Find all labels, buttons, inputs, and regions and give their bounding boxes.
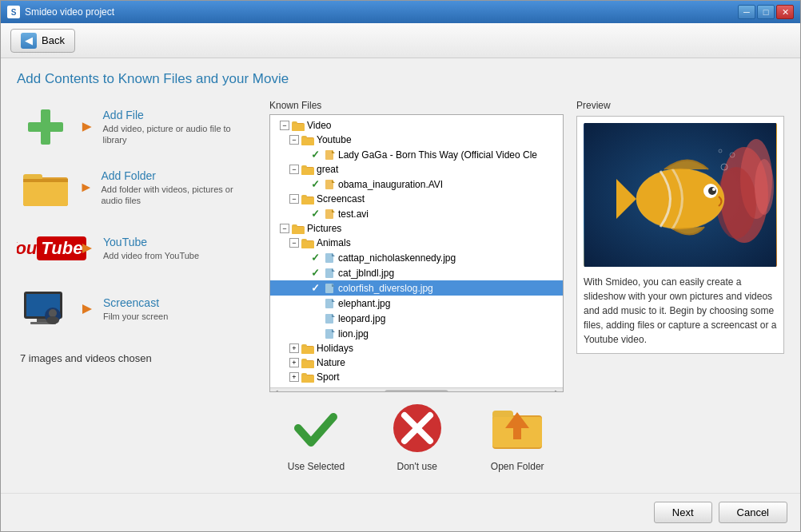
tree-item-ladygaga[interactable]: ✓ Lady GaGa - Born This Way (Official Vi…	[270, 147, 563, 162]
tree-item-video[interactable]: − Video	[270, 118, 563, 133]
tree-item-elephant[interactable]: ✓ elephant.jpg	[270, 296, 563, 311]
svg-rect-1	[28, 122, 63, 132]
open-folder-label: Open Folder	[491, 461, 544, 472]
dont-use-button[interactable]: Don't use	[389, 400, 445, 472]
tree-label-great: great	[317, 164, 338, 175]
center-panel: Known Files − Video − Youtu	[269, 100, 564, 480]
svg-rect-37	[292, 227, 305, 234]
next-button[interactable]: Next	[654, 502, 712, 523]
add-file-action[interactable]: Add File Add video, picture or audio fil…	[17, 100, 257, 154]
title-controls: ─ □ ✕	[738, 5, 794, 19]
tree-item-screencast[interactable]: − Screencast	[270, 192, 563, 206]
use-selected-button[interactable]: Use Selected	[288, 400, 345, 472]
dont-use-label: Don't use	[397, 461, 437, 472]
tree-item-nature[interactable]: + Nature	[270, 355, 563, 370]
expand-screencast[interactable]: −	[289, 194, 299, 204]
svg-marker-42	[332, 253, 335, 256]
youtube-action[interactable]: You Tube YouTube Add video from YouTube	[17, 221, 257, 276]
svg-point-15	[46, 316, 59, 324]
tree-label-ladygaga: Lady GaGa - Born This Way (Official Vide…	[338, 149, 537, 161]
youtube-you: You	[17, 238, 37, 259]
expand-pictures[interactable]: −	[280, 224, 289, 233]
expand-youtube[interactable]: −	[289, 135, 299, 145]
close-button[interactable]: ✕	[776, 5, 794, 19]
main-window: S Smideo video project ─ □ ✕ ◀ Back Add …	[0, 0, 801, 532]
preview-image	[584, 123, 777, 267]
open-folder-button[interactable]: Open Folder	[489, 400, 545, 472]
left-panel: Add File Add video, picture or audio fil…	[17, 100, 257, 480]
expand-nature[interactable]: +	[289, 358, 299, 367]
tree-item-cattap[interactable]: ✓ cattap_nicholaskennedy.jpg	[270, 250, 563, 265]
add-folder-text: Add Folder Add folder with videos, pictu…	[102, 169, 254, 207]
svg-marker-48	[332, 299, 335, 302]
check-colorfish: ✓	[311, 282, 322, 294]
file-cattap-icon	[325, 252, 336, 264]
file-catjblndl-icon	[325, 268, 336, 279]
svg-point-79	[708, 187, 716, 195]
back-button[interactable]: ◀ Back	[10, 29, 75, 53]
file-tree-container[interactable]: − Video − Youtube ✓	[269, 114, 564, 392]
file-lion-icon	[325, 328, 336, 339]
check-elephant: ✓	[311, 297, 322, 309]
tree-label-pictures: Pictures	[307, 223, 341, 234]
page-title: Add Contents to Known Files and your Mov…	[17, 71, 784, 87]
svg-rect-22	[301, 138, 314, 145]
expand-animals[interactable]: −	[289, 238, 299, 248]
svg-marker-8	[82, 244, 92, 253]
tree-item-pictures[interactable]: − Pictures	[270, 221, 563, 236]
tree-item-catjblndl[interactable]: ✓ cat_jblndl.jpg	[270, 265, 563, 280]
window-title: Smideo video project	[25, 6, 114, 18]
tree-item-holidays[interactable]: + Holidays	[270, 341, 563, 355]
svg-marker-2	[82, 122, 92, 132]
status-text: 7 images and videos chosen	[17, 349, 257, 367]
back-label: Back	[42, 34, 65, 46]
add-folder-description: Add folder with videos, pictures or audi…	[102, 184, 254, 207]
tree-item-youtube[interactable]: − Youtube	[270, 133, 563, 147]
expand-sport[interactable]: +	[289, 372, 299, 382]
use-selected-icon	[288, 400, 344, 456]
tree-label-obama: obama_inauguration.AVI	[338, 179, 443, 190]
plus-icon	[23, 105, 68, 149]
expand-video[interactable]: −	[280, 121, 289, 130]
folder-video-icon	[292, 121, 305, 131]
svg-marker-34	[332, 209, 335, 212]
folder-great-icon	[301, 165, 314, 175]
maximize-button[interactable]: □	[757, 5, 775, 19]
check-cattap: ✓	[311, 252, 322, 264]
tree-label-nature: Nature	[317, 357, 345, 368]
tree-item-sport[interactable]: + Sport	[270, 370, 563, 384]
tree-item-obama[interactable]: ✓ obama_inauguration.AVI	[270, 177, 563, 192]
screencast-text: Screencast Film your screen	[103, 296, 168, 322]
tree-item-animals[interactable]: − Animals	[270, 236, 563, 250]
screencast-action[interactable]: Screencast Film your screen	[17, 282, 257, 336]
check-catjblndl: ✓	[311, 267, 322, 279]
svg-point-80	[712, 188, 715, 191]
svg-marker-44	[332, 268, 335, 272]
right-panel: Preview	[576, 100, 784, 480]
youtube-description: Add video from YouTube	[103, 250, 199, 261]
expand-holidays[interactable]: +	[289, 343, 299, 353]
folder-animals-icon	[301, 238, 314, 248]
youtube-text: YouTube Add video from YouTube	[103, 236, 199, 261]
file-elephant-icon	[325, 298, 336, 309]
minimize-button[interactable]: ─	[738, 5, 755, 19]
tree-item-colorfish[interactable]: ✓ colorfish_diverslog.jpg	[270, 280, 563, 296]
svg-point-74	[755, 159, 774, 215]
tree-label-leopard: leopard.jpg	[338, 313, 385, 324]
cancel-button[interactable]: Cancel	[719, 502, 787, 523]
add-folder-action[interactable]: Add Folder Add folder with videos, pictu…	[17, 161, 257, 215]
add-folder-label: Add Folder	[102, 169, 254, 182]
tree-item-testavi[interactable]: ✓ test.avi	[270, 206, 563, 221]
tree-item-lion[interactable]: ✓ lion.jpg	[270, 326, 563, 341]
svg-marker-29	[332, 180, 335, 183]
tree-item-leopard[interactable]: ✓ leopard.jpg	[270, 311, 563, 326]
screencast-arrow-icon	[79, 301, 95, 317]
expand-great[interactable]: −	[289, 165, 299, 174]
svg-rect-40	[301, 241, 314, 248]
svg-rect-32	[301, 197, 314, 204]
folder-youtube-icon	[301, 135, 314, 145]
screencast-description: Film your screen	[103, 311, 168, 322]
check-ladygaga: ✓	[311, 149, 322, 161]
tree-item-great[interactable]: − great	[270, 162, 563, 177]
svg-rect-19	[292, 124, 305, 131]
